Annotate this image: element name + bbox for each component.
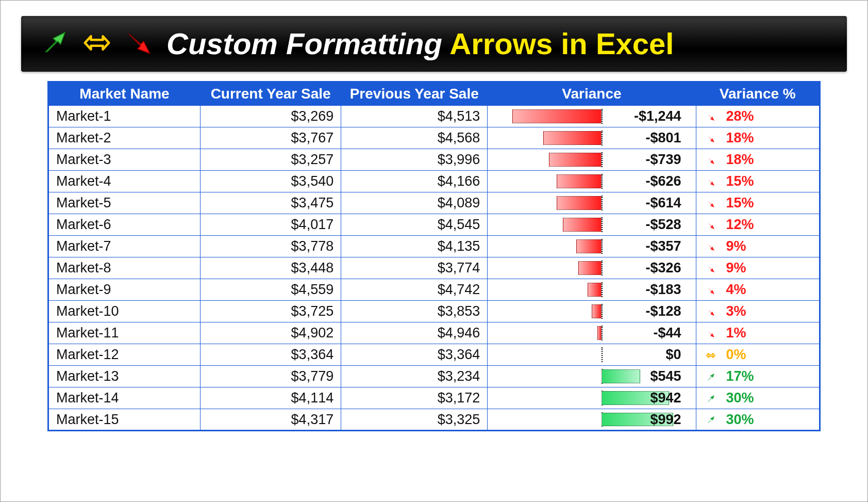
cell-market: Market-2 <box>48 127 201 149</box>
arrow-down-icon <box>704 220 718 231</box>
cell-previous: $3,172 <box>341 387 488 409</box>
arrow-down-icon <box>704 134 718 144</box>
variance-value: -$326 <box>646 260 681 276</box>
databar <box>576 239 602 253</box>
cell-variance: -$528 <box>488 214 696 236</box>
databar-axis <box>602 131 603 145</box>
databar-axis <box>602 282 603 297</box>
col-header-current: Current Year Sale <box>201 82 341 106</box>
cell-variance-pct: 18% <box>696 127 820 149</box>
cell-variance-pct: 18% <box>696 149 820 171</box>
cell-market: Market-15 <box>48 409 201 431</box>
arrow-up-icon <box>704 415 718 425</box>
variance-value: -$357 <box>646 238 681 254</box>
variance-pct-value: 4% <box>726 282 746 297</box>
variance-value: -$801 <box>646 130 681 146</box>
document-frame: Custom Formatting Arrows in Excel Market… <box>0 0 868 502</box>
cell-variance: $0 <box>488 344 696 366</box>
table-row: Market-1$3,269$4,513-$1,24428% <box>48 106 820 127</box>
databar <box>602 369 640 383</box>
cell-variance: -$1,244 <box>488 106 696 127</box>
cell-variance: $942 <box>488 387 696 409</box>
cell-variance: -$739 <box>488 149 696 171</box>
table-row: Market-12$3,364$3,364$00% <box>48 344 820 366</box>
databar <box>588 283 601 297</box>
variance-value: -$128 <box>646 303 681 319</box>
variance-value: -$44 <box>654 325 681 341</box>
cell-variance-pct: 15% <box>696 192 820 214</box>
databar <box>512 109 602 123</box>
arrow-down-icon <box>704 112 718 122</box>
cell-variance: -$626 <box>488 171 696 192</box>
databar-axis <box>602 174 603 189</box>
cell-current: $3,725 <box>201 301 341 322</box>
banner-title-yellow: Arrows in Excel <box>449 27 674 60</box>
cell-variance: -$326 <box>488 257 696 279</box>
cell-variance-pct: 15% <box>696 171 820 192</box>
variance-value: -$528 <box>646 217 681 233</box>
col-header-previous: Previous Year Sale <box>341 82 488 106</box>
arrow-up-icon <box>704 394 718 404</box>
variance-value: $545 <box>650 368 681 384</box>
col-header-market: Market Name <box>48 82 201 106</box>
arrow-down-icon <box>704 155 718 166</box>
cell-variance-pct: 4% <box>696 279 820 301</box>
cell-variance-pct: 9% <box>696 257 820 279</box>
cell-previous: $3,325 <box>341 409 488 431</box>
variance-value: -$614 <box>646 195 681 211</box>
variance-pct-value: 3% <box>726 303 746 319</box>
data-table: Market Name Current Year Sale Previous Y… <box>47 81 821 431</box>
cell-previous: $4,089 <box>341 192 488 214</box>
cell-previous: $4,135 <box>341 236 488 257</box>
cell-market: Market-10 <box>48 301 201 322</box>
cell-variance-pct: 30% <box>696 387 820 409</box>
arrow-down-icon <box>704 285 718 296</box>
variance-value: -$183 <box>646 282 681 298</box>
cell-current: $3,779 <box>201 366 341 387</box>
databar <box>543 131 602 145</box>
cell-variance: -$801 <box>488 127 696 149</box>
variance-pct-value: 18% <box>726 130 754 145</box>
databar <box>578 261 602 275</box>
databar-axis <box>602 304 603 319</box>
col-header-variance-pct: Variance % <box>696 82 820 106</box>
arrow-down-icon <box>704 264 718 274</box>
arrow-down-icon <box>704 242 718 252</box>
table-row: Market-9$4,559$4,742-$1834% <box>48 279 820 301</box>
cell-current: $3,475 <box>201 192 341 214</box>
databar-axis <box>602 217 603 232</box>
arrow-down-icon <box>124 28 154 60</box>
table-row: Market-8$3,448$3,774-$3269% <box>48 257 820 279</box>
cell-market: Market-9 <box>48 279 201 301</box>
cell-previous: $3,234 <box>341 366 488 387</box>
variance-pct-value: 18% <box>726 152 754 167</box>
variance-pct-value: 1% <box>726 325 746 341</box>
databar-axis <box>602 109 603 124</box>
table-body: Market-1$3,269$4,513-$1,24428%Market-2$3… <box>48 106 820 431</box>
databar-axis <box>602 152 603 167</box>
cell-previous: $3,774 <box>341 257 488 279</box>
table-row: Market-6$4,017$4,545-$52812% <box>48 214 820 236</box>
table-row: Market-3$3,257$3,996-$73918% <box>48 149 820 171</box>
cell-previous: $3,364 <box>341 344 488 366</box>
cell-previous: $4,545 <box>341 214 488 236</box>
arrow-down-icon <box>704 199 718 209</box>
arrow-down-icon <box>704 307 718 317</box>
col-header-variance: Variance <box>488 82 696 106</box>
arrow-up-icon <box>704 372 718 382</box>
cell-market: Market-4 <box>48 171 201 192</box>
banner-icons <box>40 28 154 60</box>
cell-variance: -$614 <box>488 192 696 214</box>
cell-current: $4,902 <box>201 322 341 344</box>
databar <box>557 196 601 210</box>
variance-value: $992 <box>650 412 681 428</box>
variance-pct-value: 15% <box>726 195 754 210</box>
cell-current: $4,559 <box>201 279 341 301</box>
cell-market: Market-3 <box>48 149 201 171</box>
cell-market: Market-5 <box>48 192 201 214</box>
variance-value: -$739 <box>646 152 681 168</box>
databar <box>549 153 601 167</box>
table-row: Market-5$3,475$4,089-$61415% <box>48 192 820 214</box>
cell-current: $4,114 <box>201 387 341 409</box>
table-row: Market-4$3,540$4,166-$62615% <box>48 171 820 192</box>
